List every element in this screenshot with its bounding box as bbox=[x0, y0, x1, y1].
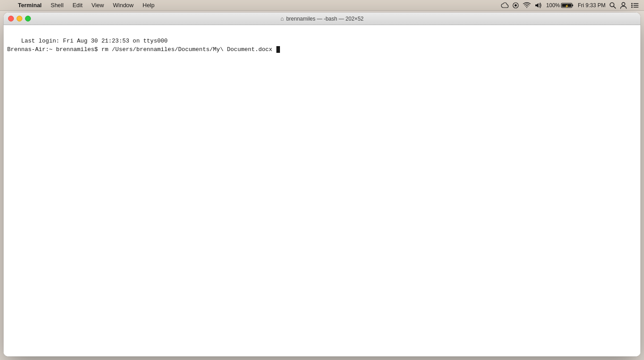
svg-rect-3 bbox=[572, 4, 573, 6]
terminal-prompt: Brennas-Air:~ brennamiles$ bbox=[7, 46, 98, 53]
terminal-command: rm /Users/brennamiles/Documents/My\ Docu… bbox=[98, 46, 276, 53]
svg-point-13 bbox=[631, 6, 633, 8]
menu-list-icon[interactable] bbox=[631, 2, 639, 9]
menubar-left: Terminal Shell Edit View Window Help bbox=[5, 1, 158, 9]
terminal-cursor bbox=[276, 46, 280, 53]
battery-percent: 100% bbox=[546, 2, 560, 9]
menu-shell[interactable]: Shell bbox=[47, 1, 67, 9]
app-name[interactable]: Terminal bbox=[14, 1, 45, 9]
terminal-content[interactable]: Last login: Fri Aug 30 21:23:53 on ttys0… bbox=[4, 25, 640, 356]
menu-edit[interactable]: Edit bbox=[69, 1, 86, 9]
siri-icon[interactable] bbox=[512, 2, 519, 9]
window-controls bbox=[8, 16, 31, 21]
menu-window[interactable]: Window bbox=[110, 1, 137, 9]
menubar-right: 100% ⚡ Fri 9:33 PM bbox=[500, 2, 639, 9]
home-icon: ⌂ bbox=[280, 15, 284, 22]
menu-help[interactable]: Help bbox=[139, 1, 158, 9]
svg-text:⚡: ⚡ bbox=[564, 4, 568, 8]
svg-point-9 bbox=[631, 3, 633, 4]
terminal-window: ⌂ brennamiles — -bash — 202×52 Last logi… bbox=[4, 13, 640, 356]
window-title: ⌂ brennamiles — -bash — 202×52 bbox=[280, 15, 364, 22]
svg-line-7 bbox=[614, 6, 616, 9]
menubar: Terminal Shell Edit View Window Help bbox=[0, 0, 644, 11]
svg-point-11 bbox=[631, 4, 633, 6]
window-title-text: brennamiles — -bash — 202×52 bbox=[286, 16, 364, 22]
user-icon[interactable] bbox=[620, 2, 627, 9]
maximize-button[interactable] bbox=[25, 16, 31, 21]
wifi-icon[interactable] bbox=[523, 2, 531, 9]
svg-point-8 bbox=[622, 2, 625, 5]
title-bar: ⌂ brennamiles — -bash — 202×52 bbox=[4, 13, 640, 25]
volume-icon[interactable] bbox=[534, 2, 542, 9]
icloud-icon[interactable] bbox=[500, 2, 508, 8]
battery-status[interactable]: 100% ⚡ bbox=[546, 2, 574, 9]
close-button[interactable] bbox=[8, 16, 14, 21]
datetime[interactable]: Fri 9:33 PM bbox=[578, 2, 606, 9]
minimize-button[interactable] bbox=[17, 16, 22, 21]
last-login-line: Last login: Fri Aug 30 21:23:53 on ttys0… bbox=[21, 38, 168, 44]
search-icon[interactable] bbox=[609, 2, 616, 9]
svg-point-1 bbox=[515, 4, 517, 6]
menu-view[interactable]: View bbox=[88, 1, 108, 9]
